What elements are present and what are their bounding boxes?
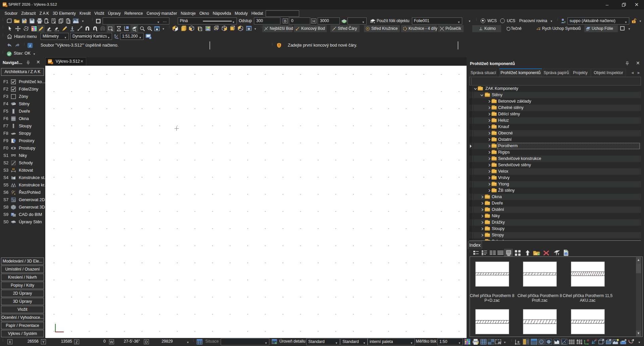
svg-text:LV: LV — [565, 253, 567, 255]
svg-text:2D: 2D — [13, 199, 16, 202]
svg-text:!: ! — [278, 44, 279, 47]
svg-text:88: 88 — [12, 168, 15, 170]
